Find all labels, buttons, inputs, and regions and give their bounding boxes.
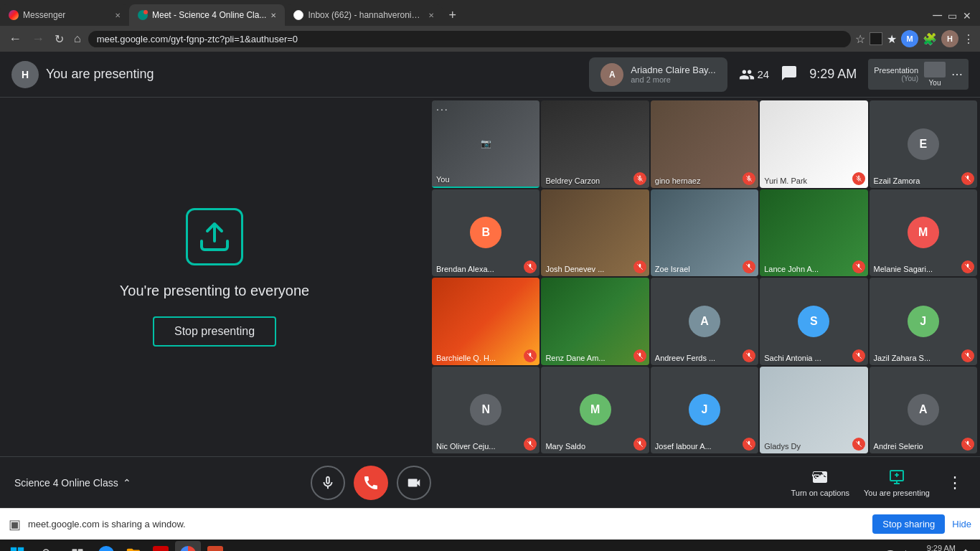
bookmark-star[interactable]: ★ <box>887 32 897 46</box>
home-button[interactable]: ⌂ <box>71 31 84 47</box>
address-bar: ← → ↻ ⌂ ☆ ★ M 🧩 H ⋮ <box>0 26 980 52</box>
chat-icon <box>781 65 798 82</box>
microphone-icon <box>320 475 336 491</box>
hide-button[interactable]: Hide <box>952 519 971 529</box>
header-time: 9:29 AM <box>809 67 857 82</box>
start-button[interactable] <box>3 540 32 551</box>
tab-close-gmail[interactable]: ✕ <box>428 11 434 19</box>
chevron-up-icon[interactable]: ⌃ <box>123 477 131 489</box>
upload-arrow-icon <box>197 220 232 254</box>
tile-name-gladys: Gladys Dy <box>764 442 801 451</box>
participant-avatar: A <box>600 63 623 86</box>
mute-ezail <box>961 172 974 185</box>
maximize-button[interactable]: ▭ <box>945 7 960 24</box>
main-content: You're presenting to everyone Stop prese… <box>0 98 980 456</box>
new-tab-button[interactable]: + <box>443 8 462 23</box>
captions-icon <box>811 468 829 486</box>
window-controls: ─ ▭ ✕ <box>930 5 980 26</box>
tile-yuri: Yuri M. Park <box>760 100 867 188</box>
meeting-title: Science 4 Online Class <box>14 477 118 489</box>
taskbar-ie[interactable]: e <box>93 541 119 551</box>
microphone-button[interactable] <box>311 466 345 500</box>
tile-name-beldrey: Beldrey Carzon <box>545 176 600 185</box>
network-icon <box>885 548 896 551</box>
bookmark-icon[interactable]: ☆ <box>855 32 865 46</box>
tab-close-messenger[interactable]: ✕ <box>115 11 121 19</box>
people-icon <box>739 67 755 83</box>
windows-taskbar: e 🛡 P 9:29 AM 11/13/2020 <box>0 540 980 551</box>
avatar-melanie: M <box>908 217 939 248</box>
meet-header: H You are presenting A Ariadne Claire Ba… <box>0 52 980 98</box>
mute-gladys <box>852 438 865 451</box>
tile-name-andrei: Andrei Selerio <box>874 442 923 451</box>
participant-card[interactable]: A Ariadne Claire Bay... and 2 more <box>589 57 727 92</box>
tab-close-meet[interactable]: ✕ <box>270 11 276 19</box>
tile-name-sachi: Sachi Antonia ... <box>764 354 821 362</box>
captions-control[interactable]: Turn on captions <box>791 468 849 497</box>
taskbar-windows-security[interactable]: 🛡 <box>148 541 174 551</box>
tab-gmail-title: Inbox (662) - hannahveronicage... <box>308 10 424 20</box>
tile-josef: J Josef labour A... <box>651 367 758 454</box>
tile-lance: Lance John A... <box>760 189 867 277</box>
tile-name-ezail: Ezail Zamora <box>874 176 920 185</box>
camera-icon <box>406 475 422 491</box>
tile-ezail: E Ezail Zamora <box>870 100 977 188</box>
people-count[interactable]: 24 <box>739 67 770 83</box>
profile-m[interactable]: M <box>901 30 918 47</box>
back-button[interactable]: ← <box>6 30 24 48</box>
tab-messenger[interactable]: Messenger ✕ <box>0 4 129 26</box>
windows-icon <box>10 547 24 551</box>
stop-presenting-button[interactable]: Stop presenting <box>153 316 276 347</box>
camera-button[interactable] <box>397 466 431 500</box>
tab-gmail[interactable]: Inbox (662) - hannahveronicage... ✕ <box>285 4 443 26</box>
extensions-icon[interactable]: 🧩 <box>923 32 937 46</box>
tile-josh: Josh Denevev ... <box>541 189 649 277</box>
mini-avatar <box>924 62 946 77</box>
end-call-button[interactable] <box>354 466 388 500</box>
more-options-button[interactable]: ⋮ <box>944 471 966 495</box>
tile-name-josef: Josef labour A... <box>655 442 712 451</box>
forward-button[interactable]: → <box>29 30 47 48</box>
url-input[interactable] <box>88 31 851 47</box>
tile-you: 📷 ··· You <box>432 100 540 188</box>
taskbar-powerpoint[interactable]: P <box>202 541 228 551</box>
tile-sachi: S Sachi Antonia ... <box>760 278 867 365</box>
tab-bar: Messenger ✕ Meet - Science 4 Online Cla.… <box>0 0 980 26</box>
chrome-menu-icon[interactable]: ⋮ <box>963 32 974 46</box>
task-view-button[interactable] <box>63 540 92 551</box>
profile-avatar[interactable]: H <box>941 30 958 47</box>
avatar-andrei: A <box>908 394 939 425</box>
chat-button[interactable] <box>781 65 798 85</box>
tile-name-gino: gino hernaez <box>655 176 701 185</box>
mute-josh <box>633 260 646 273</box>
gmail-favicon <box>293 10 303 20</box>
video-grid: 📷 ··· You Beldrey Carzon gino hernaez <box>429 98 980 456</box>
tile-name-yuri: Yuri M. Park <box>764 176 807 185</box>
taskbar-chrome[interactable] <box>175 541 201 551</box>
mini-preview-sub: (You) <box>901 75 918 83</box>
end-call-icon <box>362 474 380 491</box>
mini-preview-info: Presentation (You) <box>874 66 918 83</box>
mute-sachi <box>852 349 865 362</box>
tile-name-nic: Nic Oliver Ceju... <box>436 442 496 451</box>
mini-more-dots[interactable]: ⋯ <box>951 67 963 81</box>
avatar-josef: J <box>689 394 720 425</box>
meet-app: H You are presenting A Ariadne Claire Ba… <box>0 52 980 540</box>
reload-button[interactable]: ↻ <box>52 31 67 47</box>
you-presenting-control[interactable]: You are presenting <box>864 468 930 497</box>
close-button[interactable]: ✕ <box>960 7 974 24</box>
stop-sharing-button[interactable]: Stop sharing <box>872 514 945 534</box>
tab-meet-title: Meet - Science 4 Online Cla... <box>152 10 266 20</box>
tile-name-brendan: Brendan Alexa... <box>436 265 494 273</box>
minimize-button[interactable]: ─ <box>930 5 945 26</box>
avatar-sachi: S <box>798 306 829 337</box>
taskbar-folder[interactable] <box>121 541 146 551</box>
svg-rect-23 <box>18 547 24 551</box>
tile-zoe: Zoe Israel <box>651 189 758 277</box>
search-button[interactable] <box>33 540 62 551</box>
tile-name-mary: Mary Saldo <box>545 442 585 451</box>
avatar-andreev: A <box>689 306 720 337</box>
tile-andreev: A Andreev Ferds ... <box>651 278 758 365</box>
notification-icon <box>960 548 971 551</box>
tab-meet[interactable]: Meet - Science 4 Online Cla... ✕ <box>129 4 285 26</box>
